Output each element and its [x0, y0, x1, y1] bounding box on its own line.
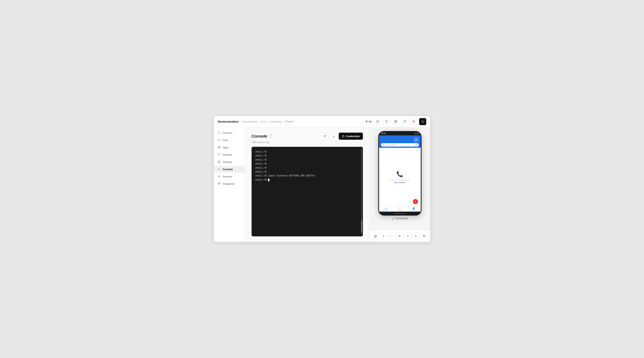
- phone-search-icon: 🔍: [382, 144, 384, 146]
- svg-marker-23: [398, 235, 400, 237]
- sidebar-item-sensors[interactable]: Sensors: [214, 173, 245, 180]
- svg-rect-3: [396, 120, 396, 123]
- svg-line-0: [377, 120, 379, 122]
- refresh-button[interactable]: [401, 118, 408, 125]
- console-subtitle: View system logs: [252, 141, 363, 144]
- terminal-line-7: shell:/$ input keyevent KEYCODE_APP_SWIT…: [255, 174, 359, 178]
- phone-nav-recents-icon: ⏱: [399, 207, 401, 209]
- open-external-button[interactable]: [322, 133, 328, 140]
- files-icon: [217, 139, 221, 142]
- sidebar-label-network: Network: [223, 153, 232, 156]
- phone-home-button[interactable]: [372, 232, 379, 239]
- console-title: Console: [252, 134, 267, 139]
- phone-nav-contacts-label: Contacts: [411, 210, 416, 211]
- phone-search-bar[interactable]: 🔍 Search contacts 🎤: [381, 143, 419, 147]
- tag-button[interactable]: [383, 118, 390, 125]
- phone-panel: 12:10 ▲●● T 🔍: [369, 127, 430, 242]
- terminal-line-3: shell:/$: [255, 158, 359, 162]
- meta-rooted: ✓ Rooted: [282, 120, 294, 123]
- phone-volume-down-button[interactable]: [388, 232, 395, 239]
- main-container: Demonstration Generic Android 14.0.0 r2 …: [214, 116, 430, 242]
- power-button[interactable]: [419, 118, 426, 125]
- header: Demonstration Generic Android 14.0.0 r2 …: [214, 116, 430, 127]
- phone-nav-recents-label: Recents: [398, 210, 402, 211]
- phone-nav-favorites-label: Favorites: [384, 210, 388, 211]
- terminal[interactable]: shell:/$ shell:/$ shell:/$ shell:/$ shel…: [252, 147, 363, 236]
- svg-point-11: [219, 161, 220, 162]
- phone-app-header: T 🔍 Search contacts 🎤: [379, 135, 421, 148]
- terminal-cursor: [268, 179, 270, 181]
- info-icon[interactable]: ?: [269, 134, 272, 138]
- svg-point-10: [219, 155, 219, 156]
- settings-icon: [217, 160, 221, 164]
- phone-gesture-button[interactable]: [380, 232, 387, 239]
- terminal-scrollbar[interactable]: [361, 149, 362, 234]
- meta-android: Generic Android: [240, 120, 259, 123]
- credentials-button[interactable]: Credentials: [339, 133, 363, 140]
- status-label: On: [368, 120, 372, 123]
- phone-bottom-nav: ★ Favorites ⏱ Recents 👤 Contacts: [379, 206, 421, 212]
- sidebar-item-files[interactable]: Files: [214, 137, 245, 144]
- phone-fab[interactable]: +: [413, 199, 418, 204]
- terminal-line-2: shell:/$: [255, 154, 359, 158]
- terminal-line-4: shell:/$: [255, 162, 359, 166]
- header-right: On: [366, 118, 426, 125]
- snapshots-icon: [217, 182, 221, 185]
- phone-mic-icon: 🎤: [415, 144, 417, 146]
- phone-nav-recents[interactable]: ⏱ Recents: [398, 207, 402, 211]
- meta-build: r2 userdebug: [267, 120, 282, 123]
- phone-nav-favorites[interactable]: ★ Favorites: [384, 207, 388, 211]
- phone-app-body: 📞 No one is on your speed dial yet. ADD …: [379, 148, 421, 206]
- screenshot-button[interactable]: Screenshot: [392, 215, 408, 221]
- phone-time: 12:10: [381, 132, 386, 134]
- external-link-button[interactable]: [374, 118, 381, 125]
- sidebar-item-connect[interactable]: Connect: [214, 130, 245, 136]
- status-indicator: On: [366, 120, 372, 123]
- svg-rect-7: [219, 146, 220, 147]
- svg-line-16: [325, 135, 326, 136]
- phone-nav-contacts[interactable]: 👤 Contacts: [411, 207, 416, 211]
- phone-bottom-bar: [378, 212, 422, 215]
- sidebar-label-snapshots: Snapshots: [223, 182, 235, 185]
- svg-point-21: [383, 236, 384, 236]
- console-icon: [217, 168, 221, 171]
- phone-status-icons: ▲●●: [415, 132, 419, 134]
- phone-volume-icon: [396, 232, 403, 239]
- body: Connect Files Apps Network: [214, 127, 430, 242]
- svg-rect-2: [394, 120, 395, 123]
- columns-button[interactable]: [392, 118, 399, 125]
- sidebar-item-settings[interactable]: Settings: [214, 159, 245, 166]
- sidebar: Connect Files Apps Network: [214, 127, 245, 242]
- sensors-icon: [217, 175, 221, 178]
- phone-empty-text: No one is on your speed dial yet.: [390, 179, 410, 181]
- svg-point-13: [219, 176, 219, 177]
- sidebar-label-connect: Connect: [223, 132, 232, 134]
- sidebar-item-apps[interactable]: Apps: [214, 144, 245, 151]
- phone-controls: [370, 230, 430, 242]
- download-button[interactable]: [330, 133, 337, 140]
- sidebar-item-snapshots[interactable]: Snapshots: [214, 180, 245, 187]
- phone-fingerprint-button[interactable]: [420, 232, 428, 239]
- sidebar-item-network[interactable]: Network: [214, 151, 245, 158]
- phone-nav-favorites-icon: ★: [385, 207, 387, 209]
- screenshot-label: Screenshot: [396, 217, 408, 220]
- phone-back-button[interactable]: [412, 232, 420, 239]
- phone-frame: 12:10 ▲●● T 🔍: [378, 131, 422, 215]
- terminal-scrollbar-thumb: [361, 221, 362, 232]
- svg-point-5: [218, 132, 220, 134]
- phone-screen[interactable]: T 🔍 Search contacts 🎤 📞 No one is on: [379, 135, 421, 212]
- status-dot: [366, 121, 368, 122]
- phone-app-title-row: T: [381, 137, 419, 143]
- phone-app-icon: T: [414, 137, 419, 143]
- console-actions: Credentials: [322, 133, 363, 140]
- svg-rect-6: [218, 146, 219, 147]
- svg-rect-8: [219, 147, 220, 148]
- sidebar-item-console[interactable]: Console: [214, 166, 245, 173]
- terminal-line-1: shell:/$: [255, 150, 359, 154]
- header-meta: Generic Android 14.0.0 r2 userdebug ✓ Ro…: [240, 120, 294, 123]
- terminal-line-8: shell:/$: [255, 178, 359, 182]
- delete-button[interactable]: [410, 118, 417, 125]
- main-content: Console ? Credentials View system: [245, 127, 369, 242]
- phone-volume-up-button[interactable]: [404, 232, 412, 239]
- phone-add-favorite[interactable]: ADD A FAVORITE: [394, 182, 406, 183]
